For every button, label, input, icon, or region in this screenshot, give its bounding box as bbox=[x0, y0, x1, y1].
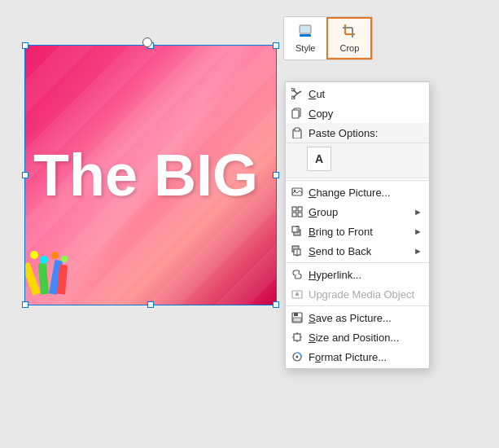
hyperlink-icon bbox=[291, 268, 304, 281]
separator-2 bbox=[286, 262, 429, 263]
menu-item-upgrade-media: Upgrade Media Object bbox=[286, 284, 429, 304]
save-as-picture-label: Save as Picture... bbox=[309, 312, 422, 324]
crop-label: Crop bbox=[339, 43, 359, 53]
rotation-handle[interactable] bbox=[142, 37, 152, 47]
svg-point-38 bbox=[296, 356, 299, 358]
svg-rect-16 bbox=[292, 207, 296, 211]
size-position-icon bbox=[291, 331, 304, 344]
change-picture-label: Change Picture... bbox=[309, 187, 422, 199]
paste-header-icon bbox=[291, 126, 304, 139]
separator-3 bbox=[286, 305, 429, 306]
svg-rect-31 bbox=[293, 318, 301, 322]
bring-to-front-icon bbox=[291, 225, 304, 238]
slide-area: The BIG Style bbox=[0, 0, 499, 448]
cut-icon bbox=[291, 87, 304, 100]
svg-rect-21 bbox=[292, 226, 299, 232]
svg-rect-17 bbox=[298, 207, 302, 211]
svg-marker-27 bbox=[295, 292, 299, 294]
send-to-back-label: Send to Back bbox=[309, 245, 409, 257]
crop-button[interactable]: Crop bbox=[326, 17, 372, 59]
menu-item-save-as-picture[interactable]: Save as Picture... bbox=[286, 308, 429, 327]
upgrade-media-label: Upgrade Media Object bbox=[309, 288, 422, 301]
menu-item-hyperlink[interactable]: Hyperlink... bbox=[286, 265, 429, 284]
upgrade-media-icon bbox=[291, 288, 304, 301]
svg-rect-18 bbox=[292, 213, 296, 217]
crop-icon bbox=[342, 24, 357, 42]
copy-icon bbox=[291, 107, 304, 120]
menu-item-copy[interactable]: Copy bbox=[286, 103, 429, 123]
style-icon bbox=[298, 24, 313, 42]
svg-rect-13 bbox=[295, 128, 300, 131]
svg-rect-28 bbox=[295, 294, 299, 296]
menu-item-bring-to-front[interactable]: Bring to Front ► bbox=[286, 222, 429, 241]
size-position-label: Size and Position... bbox=[309, 332, 422, 344]
svg-point-8 bbox=[291, 96, 295, 99]
group-arrow: ► bbox=[414, 207, 422, 217]
save-as-picture-icon bbox=[291, 311, 304, 324]
picture-text: The BIG bbox=[33, 142, 258, 209]
style-button[interactable]: Style bbox=[284, 17, 326, 59]
svg-rect-30 bbox=[294, 313, 298, 316]
picture-element[interactable]: The BIG bbox=[24, 45, 277, 305]
menu-item-send-to-back[interactable]: Send to Back ► bbox=[286, 241, 429, 261]
paste-options-header: Paste Options: bbox=[286, 123, 429, 143]
svg-rect-2 bbox=[300, 34, 311, 37]
cut-label: Cut bbox=[309, 88, 422, 100]
send-to-back-arrow: ► bbox=[414, 246, 422, 256]
svg-rect-19 bbox=[298, 213, 302, 217]
style-label: Style bbox=[295, 43, 315, 53]
context-menu: Cut Copy Paste Options: A bbox=[285, 81, 430, 369]
group-label: Group bbox=[309, 206, 409, 218]
copy-label: Copy bbox=[309, 108, 422, 120]
hyperlink-label: Hyperlink... bbox=[309, 269, 422, 281]
svg-rect-32 bbox=[294, 334, 300, 340]
bring-to-front-arrow: ► bbox=[414, 226, 422, 236]
format-picture-label: Format Picture... bbox=[309, 351, 422, 363]
paste-options-label: Paste Options: bbox=[309, 127, 422, 139]
svg-line-9 bbox=[297, 91, 301, 94]
format-picture-icon bbox=[291, 350, 304, 363]
svg-point-7 bbox=[291, 88, 295, 91]
picture-toolbar: Style Crop bbox=[283, 16, 373, 60]
paste-option-icons: A bbox=[286, 143, 429, 178]
menu-item-change-picture[interactable]: Change Picture... bbox=[286, 182, 429, 202]
menu-item-size-position[interactable]: Size and Position... bbox=[286, 327, 429, 347]
group-icon bbox=[291, 205, 304, 218]
svg-rect-11 bbox=[292, 110, 299, 118]
bring-to-front-label: Bring to Front bbox=[309, 226, 409, 238]
paste-keep-source-icon[interactable]: A bbox=[307, 147, 331, 171]
menu-item-group[interactable]: Group ► bbox=[286, 202, 429, 222]
menu-item-format-picture[interactable]: Format Picture... bbox=[286, 347, 429, 367]
change-picture-icon bbox=[291, 186, 304, 199]
send-to-back-icon bbox=[291, 244, 304, 257]
menu-item-cut[interactable]: Cut bbox=[286, 84, 429, 103]
separator-1 bbox=[286, 180, 429, 181]
svg-rect-1 bbox=[301, 27, 309, 32]
